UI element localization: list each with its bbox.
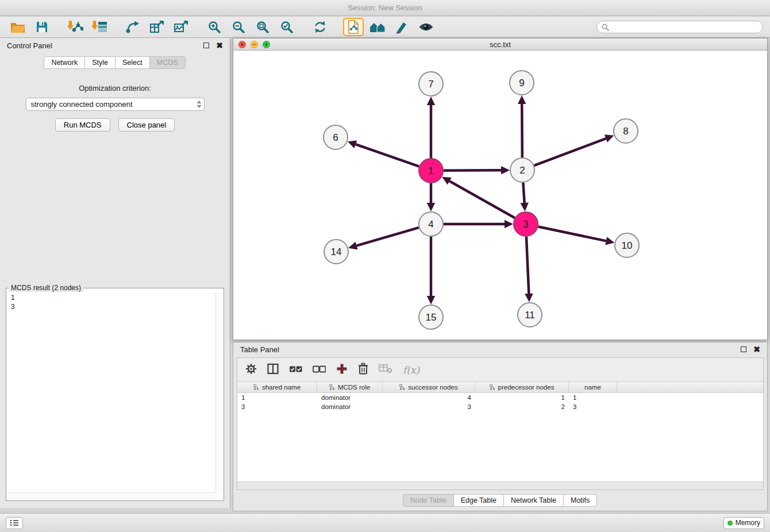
graph-edge-arrowhead	[525, 294, 533, 302]
import-network-button[interactable]	[65, 18, 86, 36]
graph-node-label: 11	[525, 310, 535, 321]
export-table-button[interactable]	[147, 18, 167, 36]
tab-network[interactable]: Network	[44, 56, 85, 69]
open-session-button[interactable]	[7, 18, 28, 36]
export-image-button[interactable]	[171, 18, 191, 36]
tab-node-table[interactable]: Node Table	[403, 494, 454, 507]
network-window-title: scc.txt	[490, 40, 511, 49]
graph-edge-2-8[interactable]	[534, 138, 606, 165]
graph-node-label: 14	[331, 246, 342, 257]
delete-column-button[interactable]	[358, 363, 368, 377]
close-panel-button[interactable]: Close panel	[118, 118, 175, 132]
network-canvas[interactable]: 7968124314101511	[233, 51, 767, 340]
save-session-button[interactable]	[32, 18, 52, 36]
select-all-columns-button[interactable]	[289, 365, 302, 375]
graph-edge-4-14[interactable]	[357, 228, 419, 246]
cell-name[interactable]: 1	[569, 393, 617, 402]
graph-node-label: 8	[623, 126, 628, 137]
clone-network-button[interactable]	[343, 18, 364, 36]
cell-successor-nodes[interactable]: 4	[383, 393, 475, 402]
tab-style[interactable]: Style	[84, 56, 116, 69]
import-table-icon	[92, 20, 107, 34]
floppy-disk-icon	[36, 21, 48, 33]
table-settings-button[interactable]	[245, 363, 257, 377]
search-box[interactable]	[596, 21, 763, 33]
first-neighbors-button[interactable]	[367, 18, 388, 36]
show-columns-button[interactable]	[267, 363, 279, 377]
graph-edge-arrowhead	[505, 220, 513, 228]
zoom-selected-button[interactable]	[276, 18, 297, 36]
result-horizontal-scrollbar[interactable]	[6, 492, 215, 500]
result-vertical-scrollbar[interactable]	[215, 292, 224, 492]
tab-edge-table[interactable]: Edge Table	[453, 494, 504, 507]
column-header-shared-name[interactable]: shared name	[237, 382, 317, 392]
network-window-titlebar[interactable]: scc.txt	[233, 38, 767, 51]
select-all-icon	[289, 365, 302, 373]
columns-icon	[267, 363, 279, 375]
control-panel-title: Control Panel	[7, 41, 203, 50]
tab-mcds[interactable]: MCDS	[149, 56, 186, 69]
column-header-mcds-role[interactable]: MCDS role	[317, 382, 383, 392]
table-panel: Table Panel ✖	[233, 342, 768, 511]
run-mcds-button[interactable]: Run MCDS	[55, 118, 110, 132]
zoom-out-button[interactable]	[228, 18, 249, 36]
control-panel: Control Panel ✖ Network Style Select MCD…	[0, 38, 230, 508]
float-table-panel-icon[interactable]	[741, 346, 746, 352]
table-horizontal-scrollbar[interactable]	[237, 481, 763, 489]
tab-network-table[interactable]: Network Table	[503, 494, 564, 507]
close-window-icon[interactable]	[238, 41, 246, 48]
minimize-window-icon[interactable]	[251, 41, 258, 48]
refresh-icon	[313, 20, 327, 34]
cell-successor-nodes[interactable]: 3	[383, 402, 475, 411]
table-row[interactable]: 3 dominator 3 2 3	[237, 402, 763, 411]
cell-shared-name[interactable]: 3	[237, 402, 317, 411]
graph-node-label: 9	[519, 78, 524, 88]
graph-edge-1-2[interactable]	[444, 170, 501, 171]
graph-edge-2-9[interactable]	[522, 104, 522, 157]
graph-edge-3-10[interactable]	[538, 227, 606, 241]
column-header-successor-nodes[interactable]: successor nodes	[383, 382, 475, 392]
graph-edge-3-1[interactable]	[449, 181, 515, 218]
deselect-all-columns-button[interactable]	[313, 365, 326, 375]
zoom-window-icon[interactable]	[263, 41, 270, 48]
add-column-button[interactable]	[336, 363, 348, 377]
import-table-button[interactable]	[89, 18, 110, 36]
search-input[interactable]	[612, 22, 758, 32]
window-title: Session: New Session	[348, 3, 422, 12]
graph-node-label: 7	[428, 79, 433, 90]
criterion-dropdown[interactable]: strongly connected component	[26, 98, 205, 111]
float-panel-icon[interactable]	[203, 43, 209, 48]
task-history-button[interactable]	[6, 517, 23, 529]
cell-shared-name[interactable]: 1	[237, 393, 317, 402]
memory-button[interactable]: Memory	[723, 517, 764, 529]
window-controls	[238, 41, 270, 48]
mcds-result-value: 3	[11, 302, 224, 311]
network-graph[interactable]: 7968124314101511	[233, 51, 767, 340]
column-header-predecessor-nodes[interactable]: predecessor nodes	[475, 382, 569, 392]
delete-table-button[interactable]	[379, 364, 392, 376]
tab-motifs[interactable]: Motifs	[563, 494, 597, 507]
apply-style-button[interactable]	[391, 18, 412, 36]
table-row[interactable]: 1 dominator 4 1 1	[237, 393, 763, 402]
new-network-button[interactable]	[122, 18, 143, 36]
tab-select[interactable]: Select	[115, 56, 150, 69]
close-panel-icon[interactable]: ✖	[216, 41, 223, 49]
cell-mcds-role[interactable]: dominator	[317, 393, 383, 402]
cell-mcds-role[interactable]: dominator	[317, 402, 383, 411]
column-header-name[interactable]: name	[569, 382, 617, 392]
graph-edge-2-3[interactable]	[523, 183, 524, 203]
zoom-in-button[interactable]	[204, 18, 225, 36]
show-graphics-details-button[interactable]	[415, 18, 436, 36]
function-builder-button[interactable]: f(x)	[403, 364, 419, 376]
plus-icon	[336, 363, 348, 375]
cell-name[interactable]: 3	[569, 402, 617, 411]
cell-predecessor-nodes[interactable]: 1	[475, 393, 569, 402]
table-content: f(x) shared name MCDS role successor nod…	[237, 357, 764, 490]
zoom-fit-button[interactable]	[252, 18, 273, 36]
close-table-panel-icon[interactable]: ✖	[753, 345, 760, 353]
graph-edge-arrowhead	[348, 242, 357, 250]
graph-edge-3-11[interactable]	[526, 237, 529, 294]
cell-predecessor-nodes[interactable]: 2	[475, 402, 569, 411]
refresh-view-button[interactable]	[310, 18, 330, 36]
graph-edge-1-6[interactable]	[356, 144, 419, 167]
